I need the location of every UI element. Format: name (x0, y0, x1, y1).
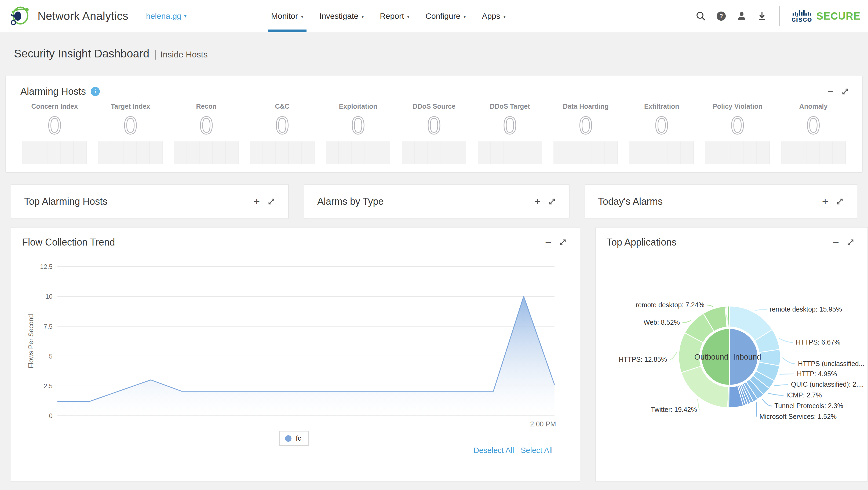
network-analytics-app: Network Analytics helena.gg ▾ Monitor▾In… (0, 0, 868, 490)
chevron-down-icon: ▾ (184, 13, 187, 19)
alarm-category-label: Anomaly (799, 102, 828, 110)
nav-item-apps[interactable]: Apps▾ (482, 0, 505, 32)
expand-icon[interactable] (267, 197, 275, 206)
category-sparkline-placeholder (781, 142, 846, 164)
y-tick-label: 5 (49, 353, 53, 360)
slice-label-tunnel-protocols: Tunnel Protocols: 2.3% (774, 402, 843, 409)
category-sparkline-placeholder (174, 142, 239, 164)
alarming-hosts-panel: Alarming Hosts i − Concern Index0Target … (5, 76, 863, 173)
account-dropdown[interactable]: helena.gg ▾ (146, 0, 187, 32)
alarm-category-concern-index[interactable]: Concern Index0 (17, 100, 93, 164)
x-tick-label: 2:00 PM (530, 420, 556, 428)
alarm-category-count: 0 (124, 111, 137, 139)
account-name: helena.gg (146, 11, 181, 21)
chevron-down-icon: ▾ (503, 14, 506, 19)
alarm-category-count: 0 (351, 111, 365, 139)
info-icon[interactable]: i (91, 87, 100, 96)
center-label-inbound: Inbound (733, 353, 761, 361)
expand-icon[interactable] (841, 88, 849, 95)
label-leader-line (707, 305, 713, 307)
slice-label-https-unclassified: HTTPS (unclassified... (798, 360, 864, 367)
page-title: Security Insight Dashboard (14, 47, 149, 60)
cisco-wordmark: cisco (792, 16, 812, 23)
main-nav: Monitor▾Investigate▾Report▾Configure▾App… (271, 0, 506, 32)
expand-icon[interactable] (846, 238, 855, 246)
alarm-category-c-c[interactable]: C&C0 (244, 100, 320, 164)
label-leader-line (779, 374, 794, 374)
alarm-category-exfiltration[interactable]: Exfiltration0 (624, 100, 700, 164)
collapse-panel-button[interactable]: − (833, 237, 839, 248)
slice-label-quic-unclassified: QUIC (unclassified): 2.... (791, 380, 864, 388)
app-logo-icon (7, 3, 31, 29)
header-divider (779, 6, 780, 26)
alarm-category-target-index[interactable]: Target Index0 (93, 100, 168, 164)
alarm-category-count: 0 (731, 111, 744, 139)
alarm-category-label: Exploitation (339, 102, 377, 110)
alarm-category-recon[interactable]: Recon0 (168, 100, 244, 164)
top-applications-panel: Top Applications − remote desktop: 7.24%… (595, 227, 868, 482)
chevron-down-icon: ▾ (301, 14, 303, 19)
category-sparkline-placeholder (250, 142, 315, 164)
todays-alarms-panel: Today's Alarms + (585, 184, 857, 219)
alarm-category-label: Target Index (111, 102, 150, 110)
secure-wordmark: SECURE (816, 10, 861, 22)
page-subtitle: Inside Hosts (160, 50, 208, 59)
select-all-link[interactable]: Select All (521, 446, 553, 455)
alarm-category-data-hoarding[interactable]: Data Hoarding0 (548, 100, 624, 164)
collapse-panel-button[interactable]: − (828, 86, 834, 97)
user-icon[interactable] (736, 11, 747, 22)
expand-icon[interactable] (548, 197, 556, 206)
alarm-category-ddos-target[interactable]: DDoS Target0 (472, 100, 548, 164)
legend-series-dot (285, 435, 291, 442)
center-label-outbound: Outbound (694, 353, 728, 361)
flow-collection-trend-panel: Flow Collection Trend − 12.5107.552.50Fl… (11, 227, 580, 482)
category-sparkline-placeholder (478, 142, 542, 164)
nav-item-label: Configure (426, 11, 460, 21)
y-axis-title: Flows Per Second (27, 314, 35, 368)
label-leader-line (782, 358, 795, 364)
label-leader-line (774, 385, 788, 386)
y-tick-label: 0 (49, 412, 53, 420)
slice-label-twitter: Twitter: 19.42% (651, 406, 697, 413)
chevron-down-icon: ▾ (362, 14, 364, 19)
flow-collection-trend-title: Flow Collection Trend (22, 237, 115, 248)
alarms-by-type-panel: Alarms by Type + (304, 184, 569, 219)
help-icon[interactable]: ? (716, 11, 726, 22)
nav-item-report[interactable]: Report▾ (380, 0, 409, 32)
download-icon[interactable] (756, 11, 767, 22)
nav-item-configure[interactable]: Configure▾ (426, 0, 466, 32)
category-sparkline-placeholder (22, 142, 87, 164)
nav-item-investigate[interactable]: Investigate▾ (319, 0, 364, 32)
expand-icon[interactable] (836, 197, 844, 206)
add-icon[interactable]: + (822, 196, 828, 207)
alarm-category-count: 0 (503, 111, 517, 139)
expand-icon[interactable] (559, 238, 567, 246)
alarm-category-count: 0 (48, 111, 61, 139)
alarm-category-label: Concern Index (31, 102, 78, 110)
deselect-all-link[interactable]: Deselect All (473, 446, 514, 455)
alarm-category-label: Recon (196, 102, 217, 110)
alarm-category-anomaly[interactable]: Anomaly0 (775, 100, 851, 164)
app-title: Network Analytics (38, 10, 128, 23)
add-icon[interactable]: + (534, 196, 540, 207)
slice-label-https: HTTPS: 12.85% (619, 356, 667, 363)
alarm-category-label: DDoS Source (412, 102, 456, 110)
category-sparkline-placeholder (402, 142, 466, 164)
alarm-category-policy-violation[interactable]: Policy Violation0 (700, 100, 776, 164)
add-icon[interactable]: + (254, 196, 260, 207)
nav-item-label: Monitor (271, 11, 298, 21)
collapse-panel-button[interactable]: − (545, 237, 551, 248)
alarm-category-label: Data Hoarding (563, 102, 609, 110)
category-sparkline-placeholder (629, 142, 694, 164)
nav-item-monitor[interactable]: Monitor▾ (271, 0, 303, 32)
top-alarming-hosts-title: Top Alarming Hosts (24, 196, 107, 207)
search-icon[interactable] (695, 11, 706, 22)
alarm-category-ddos-source[interactable]: DDoS Source0 (396, 100, 472, 164)
alarm-category-label: Exfiltration (644, 102, 679, 110)
y-tick-label: 7.5 (44, 323, 53, 330)
chart-legend-fc[interactable]: fc (279, 431, 309, 446)
alarm-category-exploitation[interactable]: Exploitation0 (320, 100, 396, 164)
alarm-category-label: Policy Violation (713, 102, 763, 110)
cisco-secure-logo: cisco SECURE (792, 9, 861, 23)
slice-label-icmp: ICMP: 2.7% (786, 391, 822, 399)
